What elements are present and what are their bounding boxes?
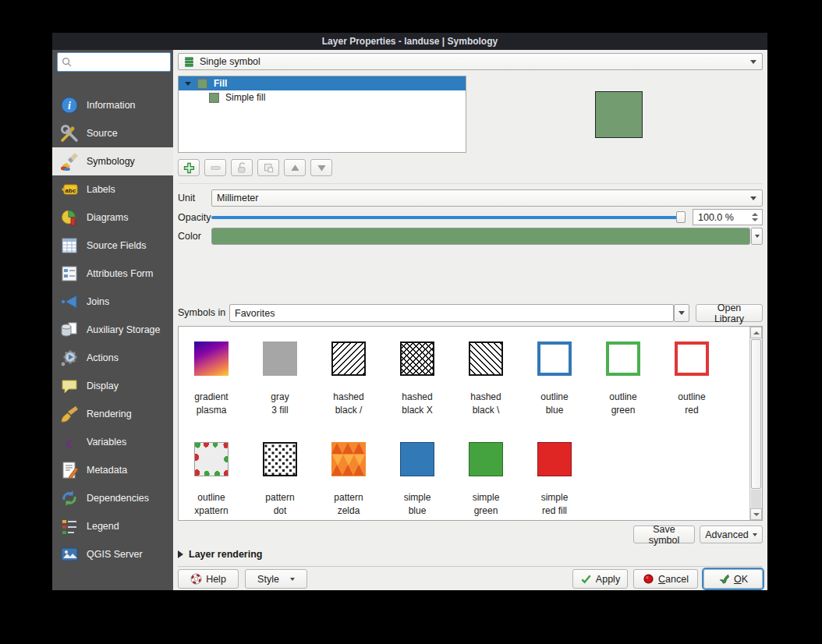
- symbol-library-panel: gradientplasmagray3 fillhashedblack /has…: [178, 326, 763, 521]
- sidebar-item-source[interactable]: Source: [52, 119, 173, 147]
- symbol-item-simple-red-fill[interactable]: simplered fill: [520, 428, 589, 521]
- scroll-up-button[interactable]: [750, 327, 762, 338]
- sidebar-item-source-fields[interactable]: Source Fields: [52, 232, 173, 260]
- symbol-item-simple-green-fill[interactable]: simplegreenfill: [452, 428, 520, 521]
- symbol-item-simple-blue-fill[interactable]: simplebluefill: [383, 428, 452, 521]
- symbol-item-hashed-black-x[interactable]: hashedblack X: [383, 327, 452, 428]
- save-symbol-button[interactable]: Save symbol: [633, 525, 695, 543]
- sidebar-item-symbology[interactable]: Symbology: [52, 147, 173, 175]
- symbol-item-pattern-zelda[interactable]: patternzelda: [314, 428, 383, 521]
- symbol-item-gray-3-fill[interactable]: gray3 fill: [246, 327, 314, 428]
- display-icon: [60, 377, 79, 395]
- vertical-scrollbar[interactable]: [749, 327, 762, 520]
- sidebar-item-metadata[interactable]: Metadata: [52, 456, 173, 484]
- color-dropdown-button[interactable]: [751, 228, 763, 245]
- opacity-spinbox[interactable]: 100.0 %: [693, 209, 763, 225]
- legend-icon: [60, 517, 79, 536]
- sidebar-item-actions[interactable]: Actions: [52, 344, 173, 372]
- symbol-label: patternzelda: [314, 491, 383, 518]
- symbol-preview-hashed-black: [331, 341, 366, 376]
- symbol-item-hashed-black[interactable]: hashedblack \: [452, 327, 520, 428]
- duplicate-symbol-layer-button[interactable]: [257, 159, 279, 176]
- layer-rendering-group[interactable]: Layer rendering: [178, 549, 262, 560]
- ok-button[interactable]: OK: [703, 569, 763, 589]
- sidebar-item-labels[interactable]: abcLabels: [52, 175, 173, 203]
- sidebar-item-label: Auxiliary Storage: [87, 324, 161, 335]
- lock-colors-button[interactable]: [231, 159, 253, 176]
- opacity-value: 100.0 %: [693, 212, 749, 223]
- symbol-item-outline-green[interactable]: outlinegreen: [589, 327, 657, 428]
- color-button[interactable]: [211, 228, 750, 245]
- symbol-item-outline-blue[interactable]: outlineblue: [520, 327, 589, 428]
- opacity-slider[interactable]: [211, 209, 686, 225]
- sidebar-item-information[interactable]: iInformation: [52, 91, 173, 119]
- symbol-group-combo[interactable]: Favorites: [229, 304, 674, 322]
- symbol-label: hashedblack \: [452, 391, 520, 417]
- opacity-slider-fill: [211, 216, 686, 219]
- symbol-preview-outline-red: [675, 341, 709, 376]
- move-layer-up-button[interactable]: [284, 159, 306, 176]
- move-layer-down-button[interactable]: [310, 159, 332, 176]
- symbols-in-label: Symbols in: [178, 307, 225, 318]
- footer-separator: [178, 566, 763, 567]
- svg-text:abc: abc: [66, 187, 76, 194]
- scroll-down-icon: [753, 513, 760, 516]
- sidebar-item-qgis-server[interactable]: QGIS Server: [52, 540, 173, 568]
- symbol-item-hashed-black[interactable]: hashedblack /: [314, 327, 383, 428]
- sidebar-item-joins[interactable]: Joins: [52, 288, 173, 316]
- ok-arrow-icon: [718, 573, 730, 585]
- ok-label: OK: [734, 574, 748, 585]
- symbol-item-pattern-dot-black[interactable]: patterndotblack: [246, 428, 314, 521]
- cancel-button[interactable]: Cancel: [633, 569, 698, 589]
- sidebar-item-label: Symbology: [87, 156, 135, 167]
- sidebar-item-dependencies[interactable]: Dependencies: [52, 484, 173, 512]
- layer-properties-dialog: Layer Properties - landuse | Symbology i…: [52, 33, 767, 590]
- symbol-item-outline-xpattern[interactable]: outlinexpattern: [178, 428, 246, 521]
- symbol-group-dropdown-button[interactable]: [674, 304, 689, 322]
- sidebar-item-auxiliary-storage[interactable]: Auxiliary Storage: [52, 316, 173, 344]
- unit-combo[interactable]: Millimeter: [211, 189, 763, 207]
- symbol-type-value: Single symbol: [200, 56, 260, 67]
- symbol-item-outline-red[interactable]: outlinered: [657, 327, 726, 428]
- sidebar-item-legend[interactable]: Legend: [52, 512, 173, 540]
- symbol-grid: gradientplasmagray3 fillhashedblack /has…: [179, 327, 750, 520]
- spin-up-icon[interactable]: [752, 213, 758, 216]
- search-input[interactable]: [73, 56, 170, 69]
- sidebar-search[interactable]: [57, 52, 171, 72]
- symbol-label: simplered fill: [520, 491, 589, 518]
- scroll-down-button[interactable]: [750, 508, 762, 520]
- symbol-preview-outline-blue: [537, 341, 572, 376]
- labels-icon: abc: [60, 180, 79, 199]
- symbol-label: outlinexpattern: [178, 491, 246, 518]
- help-button[interactable]: Help: [178, 569, 239, 589]
- symbol-item-gradient-plasma[interactable]: gradientplasma: [178, 327, 246, 428]
- sidebar-item-rendering[interactable]: Rendering: [52, 400, 173, 428]
- expand-arrow-icon[interactable]: [185, 82, 191, 86]
- sidebar-item-variables[interactable]: εVariables: [52, 428, 173, 456]
- sidebar-item-label: Rendering: [87, 409, 132, 419]
- scrollbar-thumb[interactable]: [751, 339, 761, 489]
- auxiliary-storage-icon: [60, 320, 79, 339]
- tree-row-fill[interactable]: Fill: [179, 76, 466, 90]
- open-library-label: Open Library: [701, 303, 757, 324]
- spin-down-icon[interactable]: [752, 218, 758, 221]
- sidebar-item-display[interactable]: Display: [52, 372, 173, 400]
- slider-handle[interactable]: [676, 211, 686, 223]
- advanced-button[interactable]: Advanced: [700, 525, 763, 543]
- add-symbol-layer-button[interactable]: [178, 159, 200, 176]
- save-symbol-label: Save symbol: [639, 524, 689, 546]
- search-icon: [61, 56, 73, 68]
- sidebar-item-attributes-form[interactable]: Attributes Form: [52, 260, 173, 288]
- style-button[interactable]: Style: [245, 569, 307, 589]
- sidebar-item-label: Labels: [87, 184, 115, 195]
- tree-row-simple-fill[interactable]: Simple fill: [179, 90, 466, 104]
- sidebar-item-diagrams[interactable]: Diagrams: [52, 203, 173, 232]
- open-library-button[interactable]: Open Library: [696, 304, 763, 322]
- symbol-preview: [595, 91, 643, 138]
- symbol-preview-hashed-black-x: [400, 341, 434, 376]
- unit-value: Millimeter: [217, 193, 258, 203]
- sidebar-item-label: Diagrams: [87, 212, 129, 223]
- symbol-type-combo[interactable]: Single symbol: [178, 53, 763, 70]
- apply-button[interactable]: Apply: [572, 569, 628, 589]
- remove-symbol-layer-button[interactable]: [204, 159, 226, 176]
